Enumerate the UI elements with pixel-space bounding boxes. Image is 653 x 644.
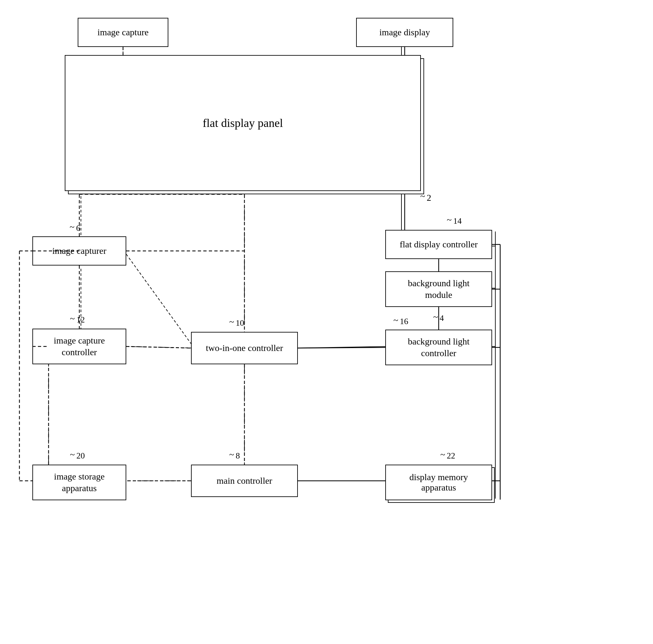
- ref-14-tilde: ~: [447, 215, 452, 225]
- ref-10-tilde: ~: [229, 317, 234, 327]
- background-light-controller-box: background light controller: [385, 330, 492, 365]
- image-capturer-box: image capturer: [32, 236, 126, 265]
- two-in-one-controller-box: two-in-one controller: [191, 332, 298, 364]
- flat-display-panel-label: flat display panel: [203, 116, 283, 130]
- ref-20: 20: [76, 451, 85, 461]
- ref-8: 8: [236, 451, 240, 461]
- background-light-module-box: background light module: [385, 271, 492, 307]
- image-capturer-label: image capturer: [52, 245, 106, 257]
- main-controller-label: main controller: [217, 475, 272, 487]
- ref-22: 22: [447, 451, 455, 461]
- image-display-label: image display: [380, 27, 430, 38]
- background-light-controller-label: background light controller: [408, 336, 470, 359]
- display-memory-apparatus-box: display memory apparatus: [385, 464, 492, 500]
- diagram: image capture image display flat display…: [0, 0, 653, 644]
- image-display-box: image display: [356, 18, 453, 47]
- flat-display-controller-label: flat display controller: [400, 239, 478, 250]
- ref-14: 14: [453, 216, 462, 226]
- ref-2-tilde: ~: [420, 191, 425, 201]
- svg-line-13: [126, 347, 194, 348]
- ref-6: 6: [76, 223, 80, 233]
- ref-12-tilde: ~: [70, 313, 75, 324]
- two-in-one-controller-label: two-in-one controller: [206, 342, 283, 354]
- image-storage-apparatus-label: image storage apparatus: [54, 471, 104, 495]
- svg-line-38: [298, 348, 385, 348]
- ref-8-tilde: ~: [229, 449, 234, 460]
- svg-line-14: [295, 347, 388, 348]
- ref-4-tilde: ~: [433, 312, 438, 322]
- flat-display-panel-box: flat display panel: [65, 55, 421, 191]
- image-capture-controller-label: image capture controller: [54, 335, 105, 358]
- image-capture-label: image capture: [97, 27, 149, 38]
- ref-20-tilde: ~: [70, 449, 75, 460]
- ref-22-tilde: ~: [440, 449, 445, 460]
- main-controller-box: main controller: [191, 464, 298, 497]
- ref-16: 16: [400, 317, 408, 326]
- ref-16-tilde: ~: [393, 315, 398, 326]
- ref-4: 4: [440, 313, 444, 323]
- ref-6-tilde: ~: [70, 222, 74, 232]
- background-light-module-label: background light module: [408, 278, 470, 301]
- image-capture-controller-box: image capture controller: [32, 329, 126, 364]
- ref-10: 10: [236, 318, 244, 328]
- svg-line-37: [126, 347, 191, 348]
- image-storage-apparatus-box: image storage apparatus: [32, 464, 126, 500]
- ref-2: 2: [427, 193, 431, 203]
- ref-12: 12: [76, 315, 85, 325]
- image-capture-box: image capture: [78, 18, 168, 47]
- flat-display-controller-box: flat display controller: [385, 230, 492, 259]
- svg-line-12: [126, 254, 194, 348]
- display-memory-apparatus-label: display memory apparatus: [409, 472, 468, 493]
